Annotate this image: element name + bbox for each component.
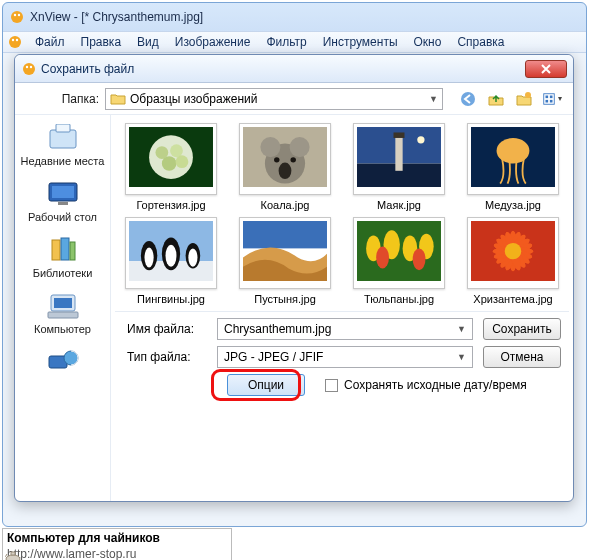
filename-row: Имя файла: Chrysanthemum.jpg ▼ Сохранить bbox=[123, 318, 561, 340]
svg-point-1 bbox=[14, 14, 16, 16]
svg-point-56 bbox=[188, 248, 197, 266]
filename-input[interactable]: Chrysanthemum.jpg ▼ bbox=[217, 318, 473, 340]
thumbnail-frame bbox=[239, 123, 331, 195]
libraries-icon bbox=[46, 236, 80, 264]
new-folder-button[interactable] bbox=[513, 88, 535, 110]
thumbnail-image bbox=[471, 221, 555, 285]
thumbnail-label: Тюльпаны.jpg bbox=[364, 293, 434, 305]
options-button[interactable]: Опции bbox=[227, 374, 305, 396]
preserve-date-row: Сохранять исходные дату/время bbox=[325, 378, 527, 392]
close-icon bbox=[541, 64, 551, 74]
thumbnail-item[interactable]: Тюльпаны.jpg bbox=[343, 217, 455, 305]
svg-point-40 bbox=[274, 157, 279, 162]
menu-filter[interactable]: Фильтр bbox=[258, 33, 314, 51]
thumbnail-image bbox=[471, 127, 555, 191]
thumbnail-label: Коала.jpg bbox=[261, 199, 310, 211]
menu-tools[interactable]: Инструменты bbox=[315, 33, 406, 51]
svg-point-2 bbox=[18, 14, 20, 16]
thumbnail-label: Маяк.jpg bbox=[377, 199, 421, 211]
svg-rect-44 bbox=[395, 134, 402, 171]
thumbnail-label: Пингвины.jpg bbox=[137, 293, 205, 305]
folder-up-icon bbox=[488, 91, 504, 107]
svg-rect-23 bbox=[70, 242, 75, 260]
thumbnail-label: Медуза.jpg bbox=[485, 199, 541, 211]
filename-label: Имя файла: bbox=[123, 322, 217, 336]
thumbnail-item[interactable]: Маяк.jpg bbox=[343, 123, 455, 211]
thumbnail-item[interactable]: Хризантема.jpg bbox=[457, 217, 569, 305]
options-row: Опции Сохранять исходные дату/время bbox=[123, 374, 561, 396]
bottom-controls: Имя файла: Chrysanthemum.jpg ▼ Сохранить… bbox=[115, 311, 569, 410]
save-file-dialog: Сохранить файл Папка: Образцы изображени… bbox=[14, 54, 574, 502]
preserve-date-checkbox[interactable] bbox=[325, 379, 338, 392]
thumbnail-image bbox=[129, 221, 213, 285]
svg-rect-26 bbox=[48, 312, 78, 318]
svg-point-37 bbox=[260, 137, 280, 157]
thumbnail-frame bbox=[353, 217, 445, 289]
sidebar-item-label: Недавние места bbox=[21, 155, 105, 167]
svg-rect-14 bbox=[546, 99, 549, 102]
menu-help[interactable]: Справка bbox=[449, 33, 512, 51]
save-button[interactable]: Сохранить bbox=[483, 318, 561, 340]
svg-rect-88 bbox=[11, 552, 15, 555]
sidebar-item-computer[interactable]: Компьютер bbox=[18, 287, 108, 339]
folder-value: Образцы изображений bbox=[130, 92, 257, 106]
chevron-down-icon: ▼ bbox=[457, 352, 466, 362]
filetype-dropdown[interactable]: JPG - JPEG / JFIF ▼ bbox=[217, 346, 473, 368]
thumbnail-label: Гортензия.jpg bbox=[136, 199, 205, 211]
titlebar: XnView - [* Chrysanthemum.jpg] bbox=[3, 3, 586, 31]
svg-point-54 bbox=[166, 245, 177, 267]
thumbnail-frame bbox=[467, 123, 559, 195]
sidebar-item-network[interactable] bbox=[18, 343, 108, 383]
thumbnail-item[interactable]: Медуза.jpg bbox=[457, 123, 569, 211]
svg-rect-21 bbox=[52, 240, 60, 260]
svg-point-0 bbox=[11, 11, 23, 23]
thumbnail-image bbox=[129, 127, 213, 191]
desktop-icon bbox=[46, 180, 80, 208]
sidebar-item-label: Рабочий стол bbox=[28, 211, 97, 223]
thumbnail-item[interactable]: Коала.jpg bbox=[229, 123, 341, 211]
svg-rect-22 bbox=[61, 238, 69, 260]
thumbnail-image bbox=[357, 221, 441, 285]
svg-point-33 bbox=[162, 156, 177, 171]
filetype-label: Тип файла: bbox=[123, 350, 217, 364]
xnview-icon bbox=[7, 34, 23, 50]
thumbnail-item[interactable]: Гортензия.jpg bbox=[115, 123, 227, 211]
svg-rect-20 bbox=[58, 202, 68, 205]
thumbnail-item[interactable]: Пустыня.jpg bbox=[229, 217, 341, 305]
teapot-icon bbox=[4, 550, 22, 560]
filetype-value: JPG - JPEG / JFIF bbox=[224, 350, 323, 364]
sidebar-item-label: Компьютер bbox=[34, 323, 91, 335]
thumbnail-frame bbox=[239, 217, 331, 289]
svg-point-6 bbox=[23, 63, 35, 75]
sidebar-item-desktop[interactable]: Рабочий стол bbox=[18, 175, 108, 227]
svg-point-86 bbox=[505, 243, 521, 259]
back-button[interactable] bbox=[457, 88, 479, 110]
filename-value: Chrysanthemum.jpg bbox=[224, 322, 331, 336]
footer-line2: http://www.lamer-stop.ru bbox=[7, 546, 227, 560]
menu-window[interactable]: Окно bbox=[406, 33, 450, 51]
menu-image[interactable]: Изображение bbox=[167, 33, 259, 51]
cancel-button[interactable]: Отмена bbox=[483, 346, 561, 368]
back-icon bbox=[460, 91, 476, 107]
thumbnail-item[interactable]: Пингвины.jpg bbox=[115, 217, 227, 305]
thumbnail-frame bbox=[467, 217, 559, 289]
places-sidebar: Недавние места Рабочий стол Библиотеки К… bbox=[15, 115, 111, 501]
svg-rect-45 bbox=[394, 132, 405, 137]
menu-file[interactable]: Файл bbox=[27, 33, 73, 51]
thumbnail-frame bbox=[125, 217, 217, 289]
svg-point-9 bbox=[461, 92, 475, 106]
folder-dropdown[interactable]: Образцы изображений ▼ bbox=[105, 88, 443, 110]
svg-point-10 bbox=[525, 92, 531, 98]
computer-icon bbox=[46, 292, 80, 320]
menu-view[interactable]: Вид bbox=[129, 33, 167, 51]
xnview-icon bbox=[21, 61, 37, 77]
menu-edit[interactable]: Правка bbox=[73, 33, 130, 51]
close-button[interactable] bbox=[525, 60, 567, 78]
up-button[interactable] bbox=[485, 88, 507, 110]
svg-rect-12 bbox=[546, 95, 549, 98]
view-menu-button[interactable] bbox=[541, 88, 563, 110]
svg-point-46 bbox=[417, 136, 424, 143]
sidebar-item-libraries[interactable]: Библиотеки bbox=[18, 231, 108, 283]
sidebar-item-recent[interactable]: Недавние места bbox=[18, 119, 108, 171]
svg-point-38 bbox=[290, 137, 310, 157]
